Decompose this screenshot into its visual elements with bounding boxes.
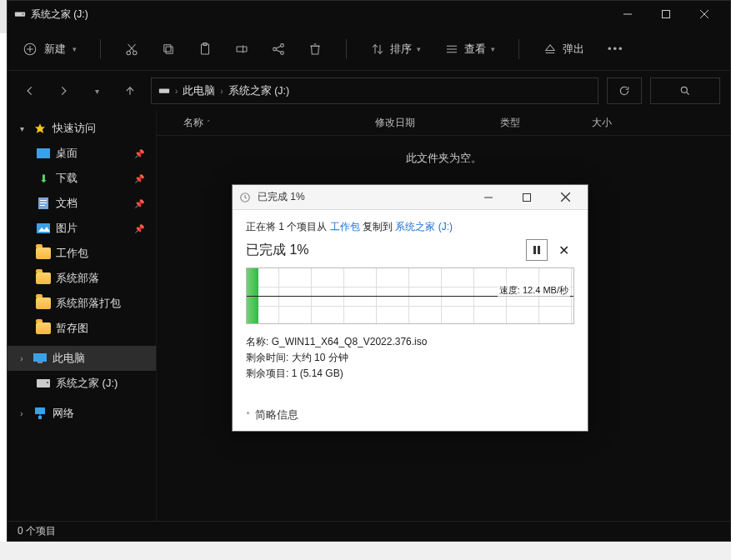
refresh-button[interactable] xyxy=(607,78,642,104)
recent-button[interactable]: ▾ xyxy=(84,79,109,102)
folder-icon xyxy=(36,272,51,284)
dialog-titlebar: 已完成 1% xyxy=(233,185,588,210)
copy-source-link[interactable]: 工作包 xyxy=(330,221,360,232)
paste-icon[interactable] xyxy=(198,42,213,57)
eject-button[interactable]: 弹出 xyxy=(543,42,584,57)
cut-icon[interactable] xyxy=(124,42,139,57)
sidebar-item-documents[interactable]: 文档 📌 xyxy=(8,191,156,216)
cancel-button[interactable]: ✕ xyxy=(553,239,574,261)
sidebar-this-pc[interactable]: › 此电脑 xyxy=(8,346,156,371)
col-size[interactable]: 大小 xyxy=(585,116,652,130)
sidebar-network[interactable]: › 网络 xyxy=(8,401,156,426)
meta-name-value: G_WIN11_X64_Q8_V2022.376.iso xyxy=(272,336,428,348)
col-type[interactable]: 类型 xyxy=(493,116,585,130)
sidebar-item-pictures[interactable]: 图片 📌 xyxy=(8,216,156,241)
dialog-title: 已完成 1% xyxy=(258,190,466,204)
drive-icon xyxy=(14,8,26,20)
sidebar-item-downloads[interactable]: ⬇ 下载 📌 xyxy=(8,166,156,191)
svg-marker-37 xyxy=(35,123,45,133)
folder-icon xyxy=(36,322,51,334)
breadcrumb-this-pc[interactable]: 此电脑 xyxy=(183,84,215,98)
sidebar-item-workpack[interactable]: 工作包 xyxy=(8,241,156,266)
eject-icon xyxy=(543,42,558,57)
up-button[interactable] xyxy=(118,79,143,102)
sidebar-item-label: 系统部落打包 xyxy=(56,296,121,311)
folder-icon xyxy=(36,248,51,259)
progress-percent: 已完成 1% xyxy=(246,242,521,259)
sort-asc-icon: ˄ xyxy=(207,119,211,128)
sidebar-item-label: 桌面 xyxy=(56,146,78,161)
svg-line-11 xyxy=(129,44,136,51)
dialog-minimize-button[interactable] xyxy=(473,186,504,209)
meta-items-value: 1 (5.14 GB) xyxy=(292,368,343,379)
toolbar-separator xyxy=(100,39,101,59)
sidebar-item-label: 系统部落 xyxy=(56,271,99,286)
col-modified[interactable]: 修改日期 xyxy=(368,116,493,130)
svg-point-35 xyxy=(681,87,687,92)
empty-folder-message: 此文件夹为空。 xyxy=(157,151,730,166)
rename-icon[interactable] xyxy=(234,42,249,57)
breadcrumb[interactable]: › 此电脑 › 系统之家 (J:) xyxy=(151,78,598,104)
view-button[interactable]: 查看 ▾ xyxy=(444,42,495,57)
minimize-button[interactable] xyxy=(608,1,647,28)
pin-icon: 📌 xyxy=(134,224,144,233)
svg-rect-58 xyxy=(538,246,540,254)
share-icon[interactable] xyxy=(271,42,286,57)
view-label: 查看 xyxy=(464,42,486,57)
back-button[interactable] xyxy=(18,79,43,102)
pc-icon xyxy=(33,352,48,365)
sidebar-label: 此电脑 xyxy=(53,351,85,366)
copy-meta: 名称: G_WIN11_X64_Q8_V2022.376.iso 剩余时间: 大… xyxy=(246,334,574,382)
new-button[interactable]: 新建 ▾ xyxy=(23,42,77,57)
toolbar-separator xyxy=(346,39,347,59)
sidebar-item-label: 图片 xyxy=(56,221,78,236)
svg-rect-1 xyxy=(23,13,24,15)
fewer-details-button[interactable]: ˄简略信息 xyxy=(246,409,298,421)
copy-description: 正在将 1 个项目从 工作包 复制到 系统之家 (J:) xyxy=(246,220,574,234)
svg-rect-17 xyxy=(237,47,247,52)
sort-label: 排序 xyxy=(390,42,412,57)
svg-point-19 xyxy=(273,48,277,51)
breadcrumb-drive[interactable]: 系统之家 (J:) xyxy=(228,84,290,98)
drive-icon xyxy=(158,85,170,97)
sidebar-item-label: 工作包 xyxy=(56,246,88,261)
sidebar-item-label: 文档 xyxy=(56,196,78,211)
copy-icon[interactable] xyxy=(161,42,176,57)
sidebar-item-desktop[interactable]: 桌面 📌 xyxy=(8,141,156,166)
svg-point-21 xyxy=(281,51,284,54)
pin-icon: 📌 xyxy=(134,199,144,208)
drive-icon xyxy=(36,377,51,390)
download-icon: ⬇ xyxy=(36,172,51,185)
eject-label: 弹出 xyxy=(563,42,584,57)
dialog-close-button[interactable] xyxy=(549,186,581,209)
sort-button[interactable]: 排序 ▾ xyxy=(370,42,421,57)
toolbar-separator xyxy=(518,39,519,59)
sidebar-item-drive[interactable]: 系统之家 (J:) xyxy=(8,371,156,396)
svg-rect-57 xyxy=(533,246,536,254)
maximize-button[interactable] xyxy=(647,1,685,28)
sidebar-item-sysbl-pack[interactable]: 系统部落打包 xyxy=(8,291,156,316)
status-item-count: 0 个项目 xyxy=(18,524,56,538)
sidebar-quick-access[interactable]: ▾ 快速访问 xyxy=(8,116,156,141)
delete-icon[interactable] xyxy=(308,42,323,57)
network-icon xyxy=(33,407,48,420)
copy-dest-link[interactable]: 系统之家 (J:) xyxy=(395,221,453,232)
svg-rect-13 xyxy=(166,47,173,53)
forward-button[interactable] xyxy=(51,79,76,102)
copy-dialog: 已完成 1% 正在将 1 个项目从 工作包 复制到 系统之家 (J:) 已完成 … xyxy=(232,184,588,432)
sidebar-item-sysbl[interactable]: 系统部落 xyxy=(8,266,156,291)
picture-icon xyxy=(36,222,51,235)
more-button[interactable]: ••• xyxy=(608,42,624,55)
view-icon xyxy=(444,42,459,57)
close-button[interactable] xyxy=(685,1,723,28)
pause-button[interactable] xyxy=(526,239,548,261)
chevron-down-icon: ▾ xyxy=(491,45,495,53)
svg-rect-49 xyxy=(35,408,45,414)
svg-line-12 xyxy=(128,44,135,51)
dialog-maximize-button[interactable] xyxy=(511,186,543,209)
search-box[interactable] xyxy=(650,78,720,104)
window-title-text: 系统之家 (J:) xyxy=(31,8,88,22)
svg-rect-50 xyxy=(38,416,42,419)
col-name[interactable]: 名称˄ xyxy=(177,116,368,130)
sidebar-item-temp[interactable]: 暂存图 xyxy=(8,316,156,341)
